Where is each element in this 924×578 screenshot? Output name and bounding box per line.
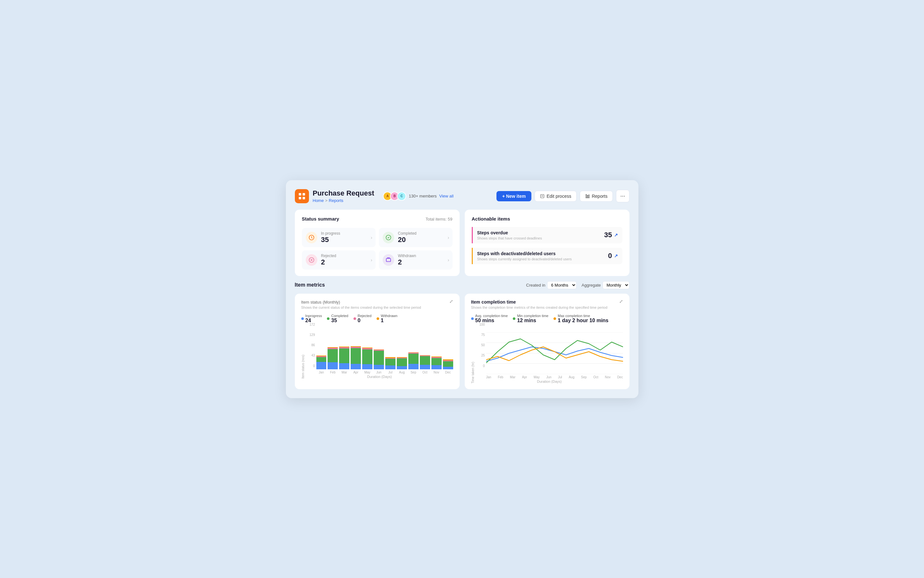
app-icon <box>295 189 309 203</box>
legend-min-label: Min completion time <box>517 314 548 318</box>
legend-min-info: Min completion time 12 mins <box>517 314 548 323</box>
new-item-button[interactable]: + New item <box>496 191 532 201</box>
line-chart-body: 100 75 50 25 0 <box>476 326 623 374</box>
line-chart-y-labels: 100 75 50 25 0 <box>476 323 485 374</box>
item-status-expand-icon[interactable]: ⤢ <box>449 299 453 304</box>
aggregate-control: Aggregate Monthly Weekly Daily <box>582 281 629 289</box>
overdue-number: 35 <box>604 231 612 239</box>
bar-segment <box>431 365 442 369</box>
reports-button[interactable]: Reports <box>580 191 613 201</box>
bar-group-feb: Feb <box>327 333 338 374</box>
status-header: Status summary Total items: 59 <box>302 216 452 222</box>
svg-rect-8 <box>587 195 588 198</box>
view-all-link[interactable]: View all <box>439 194 454 198</box>
svg-rect-1 <box>303 193 305 196</box>
bar-segment <box>327 349 338 362</box>
status-grid: In progress 35 › Completed 20 › <box>302 228 452 270</box>
legend-completed: Completed 35 <box>327 314 348 323</box>
total-items: Total items: 59 <box>426 217 452 221</box>
status-item-withdrawn[interactable]: Withdrawn 2 › <box>379 250 452 270</box>
bar-chart-outer: Item status (nos) 172 129 86 43 0 <box>301 326 453 378</box>
withdrawn-icon <box>383 254 394 266</box>
more-options-button[interactable]: ··· <box>616 190 629 202</box>
x-label-apr: Apr <box>522 375 527 379</box>
rejected-icon <box>306 254 317 266</box>
edit-process-button[interactable]: Edit process <box>535 191 577 201</box>
x-label-may: May <box>533 375 540 379</box>
y-label-129: 129 <box>306 333 315 337</box>
bar-chart-area: JanFebMarAprMayJunJulAugSepOctNovDec <box>316 323 453 374</box>
bar-segment <box>362 364 373 369</box>
y-label-0: 0 <box>306 364 315 368</box>
bar-segment <box>385 365 396 369</box>
x-label-jun: Jun <box>546 375 551 379</box>
bar-segment <box>420 365 430 369</box>
bar-segment <box>362 349 373 364</box>
chart-title-main: Item status <box>301 300 322 305</box>
avatar-group: A B C <box>383 192 406 201</box>
legend-completed-label: Completed <box>331 314 348 318</box>
steps-deactivated-info: Steps with deactivated/deleted users Sho… <box>477 251 572 261</box>
bar-stack-nov <box>431 357 442 369</box>
status-item-rejected[interactable]: Rejected 2 › <box>302 250 376 270</box>
bar-stack-jan <box>316 356 327 369</box>
legend-dot-rejected <box>353 317 356 320</box>
breadcrumb-current: Reports <box>329 198 344 203</box>
completion-chart-title: Item completion time <box>471 299 608 305</box>
bar-label-aug: Aug <box>399 370 405 374</box>
line-chart-inner: 100 75 50 25 0 <box>476 326 623 383</box>
y-label-75: 75 <box>476 333 485 337</box>
withdrawn-label: Withdrawn <box>398 253 416 258</box>
header-left: Purchase Request Home > Reports A B C 13… <box>295 189 454 203</box>
edit-process-label: Edit process <box>546 194 571 199</box>
steps-deactivated-item[interactable]: Steps with deactivated/deleted users Sho… <box>472 248 622 264</box>
status-item-inprogress[interactable]: In progress 35 › <box>302 228 376 247</box>
breadcrumb-separator: > <box>325 198 327 203</box>
status-item-completed[interactable]: Completed 20 › <box>379 228 452 247</box>
inprogress-label: In progress <box>321 231 340 235</box>
completion-expand-icon[interactable]: ⤢ <box>619 299 623 304</box>
x-label-nov: Nov <box>605 375 611 379</box>
svg-rect-3 <box>303 197 305 200</box>
created-in-control: Created in 6 Months 3 Months 1 Year <box>526 281 577 289</box>
bar-segment <box>431 358 442 365</box>
completion-legend: Avg. completion time 50 mins Min complet… <box>471 314 623 323</box>
line-chart-svg-container <box>486 333 623 374</box>
legend-dot-min <box>513 317 515 320</box>
bar-chart-y-labels: 172 129 86 43 0 <box>306 323 315 374</box>
breadcrumb-home[interactable]: Home <box>313 198 324 203</box>
bar-group-dec: Dec <box>443 333 453 374</box>
steps-overdue-label: Steps overdue <box>477 230 542 235</box>
bar-stack-jul <box>385 357 396 369</box>
bar-segment <box>351 348 361 364</box>
bar-group-jul: Jul <box>385 333 396 374</box>
rejected-info: Rejected 2 <box>321 253 336 266</box>
overdue-external-icon: ↗ <box>614 232 618 237</box>
actionable-items-title: Actionable items <box>472 216 510 221</box>
y-label-50: 50 <box>476 343 485 347</box>
bar-group-mar: Mar <box>339 333 349 374</box>
main-grid: Status summary Total items: 59 In progre… <box>295 209 629 276</box>
x-label-aug: Aug <box>569 375 574 379</box>
bar-group-apr: Apr <box>351 333 361 374</box>
deactivated-external-icon: ↗ <box>614 253 618 258</box>
steps-deactivated-desc: Shows steps currently assigned to deacti… <box>477 257 572 261</box>
legend-withdrawn-info: Withdrawn 1 <box>381 314 397 323</box>
inprogress-info: In progress 35 <box>321 231 340 244</box>
bar-label-mar: Mar <box>342 370 347 374</box>
aggregate-select[interactable]: Monthly Weekly Daily <box>603 281 629 289</box>
bar-chart-y-title: Item status (nos) <box>301 326 305 378</box>
legend-withdrawn: Withdrawn 1 <box>376 314 397 323</box>
x-label-jan: Jan <box>486 375 491 379</box>
bar-segment <box>397 359 407 366</box>
x-label-jul: Jul <box>558 375 562 379</box>
steps-overdue-item[interactable]: Steps overdue Shows steps that have cros… <box>472 227 622 243</box>
x-label-oct: Oct <box>593 375 598 379</box>
bar-stack-may <box>362 347 373 369</box>
y-label-172: 172 <box>306 323 315 326</box>
legend-max-value: 1 day 2 hour 10 mins <box>558 318 608 323</box>
created-in-select[interactable]: 6 Months 3 Months 1 Year <box>547 281 577 289</box>
reports-label: Reports <box>592 194 607 199</box>
withdrawn-info: Withdrawn 2 <box>398 253 416 266</box>
bar-segment <box>397 366 407 369</box>
